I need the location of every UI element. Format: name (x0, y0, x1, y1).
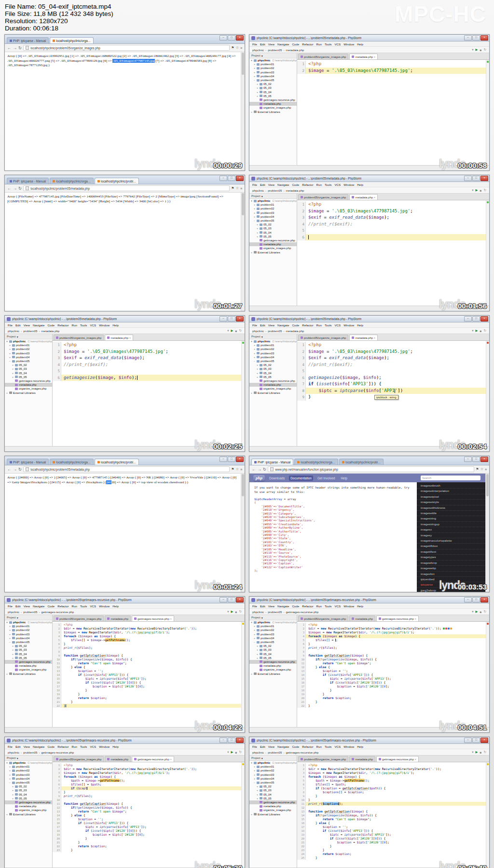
tree-item[interactable]: getimages-recursive.php (249, 660, 297, 664)
menu-item-help[interactable]: Help (112, 604, 119, 608)
tree-item[interactable]: +problem04 (5, 636, 52, 640)
menu-item-vcs[interactable]: VCS (334, 42, 341, 46)
tree-item[interactable]: +05_05 (249, 656, 297, 660)
menu-item-navigate[interactable]: Navigate (33, 604, 44, 608)
tree-expander-icon[interactable]: + (256, 376, 259, 378)
sidebar-function-link[interactable]: imagewebp (417, 566, 489, 571)
tab-close-icon[interactable]: × (415, 758, 416, 761)
editor-scrollbar[interactable] (486, 341, 489, 446)
stop-icon[interactable]: ■ (235, 329, 237, 333)
address-bar[interactable]: www.php.net/manual/en/function.iptcparse… (268, 466, 474, 472)
tree-expander-icon[interactable]: + (9, 348, 11, 350)
tree-expander-icon[interactable]: + (256, 227, 259, 230)
tree-item[interactable]: −problem05 (5, 640, 52, 644)
menu-item-run[interactable]: Run (316, 183, 322, 186)
breadcrumb-item[interactable]: phpclinic (252, 610, 264, 614)
tree-expander-icon[interactable]: + (250, 392, 253, 394)
tree-item[interactable]: ▾phpclinicC:\wamp\htdocs\phpclinic (249, 58, 297, 62)
sidebar-function-link[interactable]: imagestringup (417, 522, 489, 527)
tree-item[interactable]: +05_04 (249, 652, 297, 656)
tree-expander-icon[interactable]: + (12, 648, 14, 651)
close-button[interactable]: × (480, 738, 488, 743)
scrollbar-thumb[interactable] (486, 474, 489, 496)
tree-item[interactable]: +05_05 (249, 375, 297, 379)
tree-item[interactable]: +05_05 (5, 656, 52, 660)
tree-item[interactable]: +05_02 (5, 363, 52, 367)
tree-item[interactable]: +05_04 (249, 231, 297, 235)
menu-item-view[interactable]: View (24, 745, 30, 748)
stop-icon[interactable]: ■ (480, 48, 482, 52)
maximize-button[interactable]: □ (472, 597, 480, 602)
breadcrumb-item[interactable]: metadata.php (41, 329, 59, 333)
breadcrumb-item[interactable]: problem05 (268, 329, 282, 333)
tree-item[interactable]: +05_03 (249, 86, 297, 90)
tree-expander-icon[interactable]: ▾ (250, 199, 253, 202)
tree-expander-icon[interactable]: + (253, 637, 256, 640)
browser-tab[interactable]: PHP: iptcparse - Manual (251, 459, 293, 465)
breadcrumb-item[interactable]: getimages-recursive.php (286, 751, 318, 754)
breadcrumb-item[interactable]: metadata.php (286, 189, 304, 192)
tree-item[interactable]: +problem02 (249, 207, 297, 210)
search-input[interactable]: Search (421, 476, 480, 480)
tree-expander-icon[interactable]: + (12, 797, 14, 800)
tree-item[interactable]: +problem04 (5, 777, 52, 781)
menu-item-edit[interactable]: Edit (260, 745, 265, 748)
reload-icon[interactable]: ↻ (18, 46, 22, 50)
tree-item[interactable]: +problem04 (5, 355, 52, 359)
tree-expander-icon[interactable]: + (256, 83, 259, 85)
menu-item-file[interactable]: File (8, 604, 13, 608)
chevron-down-icon[interactable]: ▾ (261, 54, 263, 57)
tree-expander-icon[interactable]: + (12, 364, 14, 366)
forward-icon[interactable]: → (13, 467, 17, 472)
tree-item[interactable]: +05_02 (5, 644, 52, 648)
sidebar-function-link[interactable]: imagexbm (417, 572, 489, 577)
sidebar-function-link[interactable]: imagesy (417, 533, 489, 538)
run-config-dropdown-icon[interactable]: ▾ (472, 750, 473, 754)
nav-link[interactable]: Help (339, 476, 348, 481)
tree-expander-icon[interactable]: ▾ (6, 761, 8, 764)
tree-expander-icon[interactable]: + (253, 67, 256, 70)
editor-scrollbar[interactable] (241, 341, 245, 446)
refresh-icon[interactable]: ↻ (484, 750, 486, 754)
maximize-button[interactable]: □ (228, 316, 235, 322)
menu-icon[interactable]: ≡ (240, 187, 242, 190)
menu-item-vcs[interactable]: VCS (90, 323, 96, 327)
menu-item-help[interactable]: Help (357, 183, 363, 186)
tree-item[interactable]: metadata.php (5, 804, 52, 808)
tree-item[interactable]: −problem05 (5, 359, 52, 363)
minimize-button[interactable]: – (464, 738, 472, 743)
tree-item[interactable]: +05_04 (249, 90, 297, 94)
breadcrumb-item[interactable]: problem05 (268, 610, 282, 614)
tree-item[interactable]: +problem01 (249, 765, 297, 769)
close-button[interactable]: × (480, 35, 488, 41)
menu-item-code[interactable]: Code (292, 745, 299, 748)
tree-item[interactable]: +05_03 (5, 788, 52, 792)
code-editor[interactable]: 1<?php2$image = '.\05_03\images\47798714… (53, 341, 245, 446)
stop-icon[interactable]: ■ (235, 751, 237, 754)
tree-expander-icon[interactable]: − (253, 641, 256, 644)
tree-expander-icon[interactable]: + (256, 785, 259, 788)
tree-item[interactable]: +problem03 (5, 351, 52, 355)
refresh-icon[interactable]: ↻ (484, 48, 486, 52)
menu-item-navigate[interactable]: Navigate (33, 323, 44, 327)
menu-item-refactor[interactable]: Refactor (302, 42, 313, 46)
tree-expander-icon[interactable]: + (256, 86, 259, 89)
tree-item[interactable]: +External Libraries (249, 250, 297, 254)
menu-item-navigate[interactable]: Navigate (277, 323, 289, 327)
tree-expander-icon[interactable]: + (12, 372, 14, 375)
close-button[interactable]: × (480, 597, 488, 602)
menu-item-navigate[interactable]: Navigate (277, 183, 289, 186)
tree-item[interactable]: organize_images.php (5, 387, 52, 391)
menu-item-tools[interactable]: Tools (80, 604, 87, 608)
menu-item-vcs[interactable]: VCS (90, 745, 96, 748)
breadcrumb-item[interactable]: getimages-recursive.php (41, 610, 74, 614)
menu-item-refactor[interactable]: Refactor (302, 183, 313, 186)
tree-item[interactable]: metadata.php (249, 383, 297, 387)
minimize-button[interactable]: – (220, 316, 227, 322)
tree-item[interactable]: +05_02 (249, 363, 297, 367)
sidebar-function-link[interactable]: imagewbmp (417, 560, 489, 566)
run-icon[interactable]: ▶ (231, 610, 233, 614)
run-icon[interactable]: ▶ (476, 188, 478, 192)
tree-expander-icon[interactable]: + (250, 813, 253, 816)
sidebar-function-link[interactable]: iptcparse (417, 582, 489, 588)
